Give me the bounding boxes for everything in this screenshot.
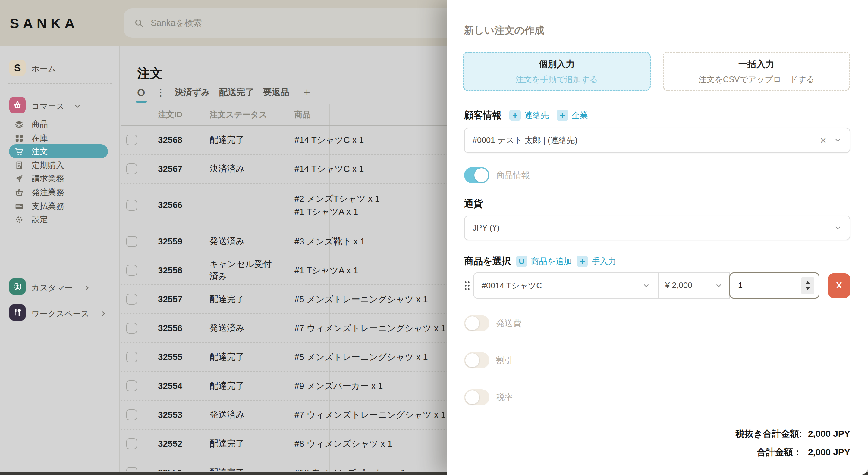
sidebar-item-定期購入[interactable]: 定期購入 — [0, 158, 119, 172]
sidebar-item-label: 商品 — [32, 118, 48, 129]
sidebar-item-customer[interactable]: カスタマー — [31, 282, 91, 293]
plus-icon: + — [577, 256, 588, 267]
税率-toggle[interactable] — [464, 389, 490, 405]
税率-toggle-row: 税率 — [464, 389, 513, 405]
cart-icon — [14, 147, 24, 156]
filter-tab-配送完了[interactable]: 配送完了 — [219, 87, 254, 98]
sidebar-item-在庫[interactable]: 在庫 — [0, 131, 119, 145]
remove-line-button[interactable]: X — [828, 273, 850, 298]
発送費-toggle-row: 発送費 — [464, 315, 521, 331]
order-status: 配達完了 — [192, 134, 277, 146]
column-header-order-id: 注文ID — [148, 109, 182, 120]
workspace-tools-icon[interactable] — [9, 304, 26, 320]
order-status: 配達完了 — [192, 438, 277, 450]
sidebar-item-発注業務[interactable]: 発注業務 — [0, 185, 119, 199]
row-checkbox[interactable] — [126, 265, 137, 276]
product-info-toggle-row: 商品情報 — [464, 167, 530, 183]
drawer-divider — [447, 47, 868, 48]
chevron-right-icon — [99, 310, 107, 317]
total-value: 2,000 JPY — [808, 429, 850, 439]
column-header-status: 注文ステータス — [192, 109, 277, 120]
toggle-knob — [465, 353, 479, 367]
send-icon — [14, 174, 24, 183]
customer-icon[interactable] — [9, 278, 26, 295]
filter-tabs: 決済ずみ配送完了要返品 — [165, 87, 289, 98]
entry-mode-card-個別入力[interactable]: 個別入力注文を手動で追加する — [463, 52, 651, 91]
発送費-toggle[interactable] — [464, 315, 490, 331]
add-link-label: 企業 — [572, 110, 588, 121]
order-id: 32567 — [148, 164, 182, 174]
grid-icon — [14, 134, 24, 143]
add-企業-link[interactable]: +企業 — [557, 109, 588, 121]
sidebar-item-commerce[interactable]: コマース — [31, 101, 82, 112]
filter-tab-要返品[interactable]: 要返品 — [263, 87, 289, 98]
割引-toggle-row: 割引 — [464, 352, 513, 368]
sidebar-item-設定[interactable]: 設定 — [0, 212, 119, 226]
customer-heading: 顧客情報 — [464, 109, 501, 122]
tab-menu-dots-icon[interactable]: ⋮ — [156, 87, 165, 98]
basket-icon — [14, 188, 24, 197]
order-id: 32566 — [148, 200, 182, 210]
drag-handle-icon[interactable] — [464, 280, 470, 291]
row-checkbox[interactable] — [126, 323, 137, 334]
sidebar-item-label: 設定 — [32, 214, 48, 225]
price-select[interactable]: ¥ 2,000 — [658, 272, 730, 299]
row-checkbox[interactable] — [126, 135, 137, 145]
row-checkbox[interactable] — [126, 467, 137, 471]
product-select[interactable]: #0014 TシャツC — [473, 272, 658, 299]
add-view-button[interactable]: + — [304, 86, 310, 99]
add-product-link[interactable]: U 商品を追加 — [516, 256, 572, 267]
quantity-input[interactable]: 1 — [730, 272, 819, 299]
sidebar-divider — [8, 83, 112, 84]
toggle-knob — [474, 168, 488, 182]
commerce-basket-icon[interactable] — [9, 97, 26, 113]
order-status: 発送済み — [192, 235, 277, 247]
workspace-avatar[interactable]: S — [9, 60, 26, 76]
plus-icon: + — [557, 109, 568, 121]
customer-select[interactable]: #0001 テスト 太郎 | (連絡先) × — [464, 128, 850, 153]
row-checkbox[interactable] — [126, 380, 137, 391]
row-checkbox[interactable] — [126, 409, 137, 420]
total-line: 税抜き合計金額:2,000 JPY — [735, 428, 850, 440]
row-checkbox[interactable] — [126, 200, 137, 211]
entry-mode-card-一括入力[interactable]: 一括入力注文をCSVでアップロードする — [663, 52, 850, 91]
sidebar-item-workspace[interactable]: ワークスペース — [31, 308, 107, 319]
order-id: 32559 — [148, 237, 182, 246]
row-checkbox[interactable] — [126, 294, 137, 305]
workspace-avatar-letter: S — [14, 62, 21, 74]
row-checkbox[interactable] — [126, 164, 137, 174]
create-order-drawer: 新しい注文の作成 個別入力注文を手動で追加する一括入力注文をCSVでアップロード… — [447, 0, 868, 475]
order-id: 32558 — [148, 266, 182, 275]
chevron-right-icon — [83, 284, 91, 292]
currency-select[interactable]: JPY (¥) — [464, 215, 850, 240]
chevron-down-icon[interactable] — [834, 136, 842, 144]
row-checkbox[interactable] — [126, 438, 137, 449]
product-line-item: #0014 TシャツC ¥ 2,000 1 X — [464, 272, 850, 299]
sidebar-item-請求業務[interactable]: 請求業務 — [0, 172, 119, 185]
sidebar-item-home[interactable]: ホーム — [31, 63, 56, 74]
割引-toggle[interactable] — [464, 352, 490, 368]
sidebar-item-label: 請求業務 — [32, 173, 64, 184]
order-status: 配達完了 — [192, 467, 277, 471]
product-info-toggle[interactable] — [464, 167, 490, 183]
row-checkbox[interactable] — [126, 236, 137, 247]
sidebar-item-注文[interactable]: 注文 — [0, 144, 119, 158]
sanka-logo: SANKA — [10, 15, 79, 32]
app-root: SANKA Sankaを検索 S ホーム コマース 商品在庫注文定期購入請求業務… — [0, 0, 868, 475]
product-info-toggle-label: 商品情報 — [496, 169, 530, 181]
sidebar-item-商品[interactable]: 商品 — [0, 117, 119, 131]
manual-entry-link[interactable]: + 手入力 — [577, 256, 616, 267]
active-view-tab[interactable]: O — [137, 87, 145, 98]
add-連絡先-link[interactable]: +連絡先 — [509, 109, 549, 121]
filter-tab-決済ずみ[interactable]: 決済ずみ — [175, 87, 210, 98]
clear-selection-icon[interactable]: × — [820, 135, 826, 145]
order-id: 32555 — [148, 352, 182, 362]
quantity-stepper[interactable] — [801, 277, 814, 294]
row-checkbox[interactable] — [126, 351, 137, 363]
customer-label: カスタマー — [31, 282, 73, 293]
card-subtitle: 注文をCSVでアップロードする — [698, 74, 814, 85]
sidebar-item-支払業務[interactable]: 支払業務 — [0, 199, 119, 213]
layers-icon — [14, 120, 24, 129]
commerce-label: コマース — [31, 101, 64, 112]
currency-select-value: JPY (¥) — [472, 223, 834, 233]
